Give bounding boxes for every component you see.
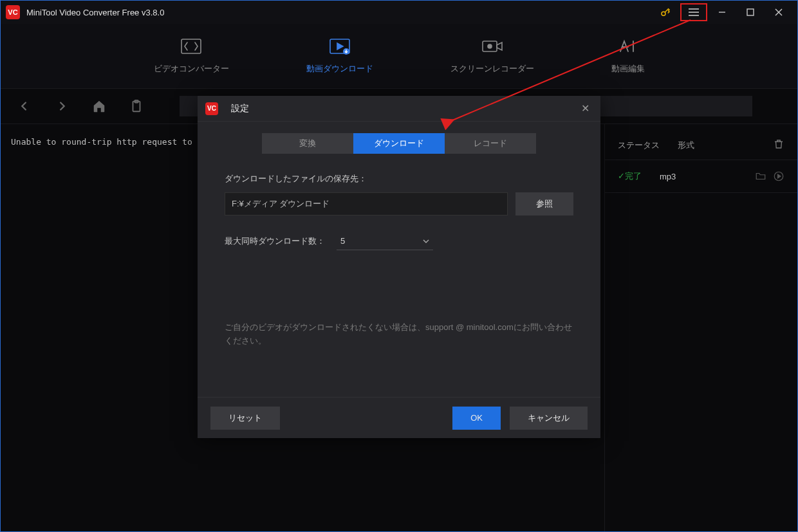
- main-nav: ビデオコンバーター 動画ダウンロード スクリーンレコーダー 動画編集: [1, 24, 797, 88]
- nav-screen-recorder[interactable]: スクリーンレコーダー: [450, 37, 534, 75]
- max-download-select[interactable]: 5: [337, 232, 433, 250]
- row-status: ✓完了: [618, 170, 642, 182]
- modal-close-button[interactable]: ✕: [577, 102, 593, 115]
- modal-title-text: 設定: [231, 103, 249, 115]
- svg-marker-17: [778, 174, 781, 178]
- back-icon[interactable]: [17, 99, 32, 113]
- hamburger-menu-button[interactable]: [680, 3, 707, 21]
- chevron-down-icon: [423, 239, 429, 243]
- error-text: Unable to round-trip http request to: [11, 137, 192, 147]
- svg-point-0: [662, 12, 665, 15]
- col-format: 形式: [678, 140, 694, 151]
- help-text: ご自分のビデオがダウンロードされたくない場合は、support @ minito…: [225, 321, 573, 348]
- app-logo: VC: [6, 5, 20, 19]
- nav-video-converter[interactable]: ビデオコンバーター: [154, 37, 229, 75]
- max-download-value: 5: [340, 236, 345, 246]
- tab-record[interactable]: レコード: [445, 133, 536, 154]
- upgrade-key-icon[interactable]: [652, 3, 679, 21]
- trash-icon[interactable]: [773, 138, 784, 150]
- folder-icon[interactable]: [755, 170, 766, 182]
- row-format: mp3: [660, 172, 676, 181]
- ok-button[interactable]: OK: [452, 407, 501, 430]
- home-icon[interactable]: [92, 99, 106, 113]
- modal-logo: VC: [205, 102, 218, 115]
- forward-icon[interactable]: [55, 99, 69, 113]
- save-to-label: ダウンロードしたファイルの保存先：: [225, 173, 573, 185]
- download-row[interactable]: ✓完了 mp3: [605, 160, 797, 193]
- max-download-label: 最大同時ダウンロード数：: [225, 235, 325, 247]
- nav-label: スクリーンレコーダー: [450, 63, 534, 75]
- nav-label: 動画ダウンロード: [306, 63, 373, 75]
- nav-label: 動画編集: [611, 63, 645, 75]
- tab-convert[interactable]: 変換: [262, 133, 353, 154]
- close-button[interactable]: [765, 3, 792, 21]
- save-path-input[interactable]: [225, 192, 508, 216]
- maximize-button[interactable]: [737, 3, 764, 21]
- play-icon[interactable]: [773, 170, 784, 182]
- app-title: MiniTool Video Converter Free v3.8.0: [26, 8, 164, 17]
- titlebar: VC MiniTool Video Converter Free v3.8.0: [1, 1, 797, 24]
- cancel-button[interactable]: キャンセル: [510, 407, 588, 430]
- nav-video-download[interactable]: 動画ダウンロード: [306, 37, 373, 75]
- svg-point-13: [488, 44, 492, 48]
- svg-marker-10: [337, 43, 343, 50]
- nav-video-edit[interactable]: 動画編集: [611, 37, 645, 75]
- clipboard-icon[interactable]: [129, 99, 144, 113]
- tab-download[interactable]: ダウンロード: [353, 133, 445, 154]
- minimize-button[interactable]: [709, 3, 736, 21]
- browse-button[interactable]: 参照: [515, 192, 573, 216]
- settings-modal: VC 設定 ✕ 変換 ダウンロード レコード ダウンロードしたファイルの保存先：…: [198, 96, 600, 438]
- download-list: ステータス 形式 ✓完了 mp3: [604, 124, 797, 532]
- col-status: ステータス: [618, 140, 660, 151]
- svg-rect-5: [747, 9, 754, 15]
- reset-button[interactable]: リセット: [210, 407, 280, 430]
- nav-label: ビデオコンバーター: [154, 63, 229, 75]
